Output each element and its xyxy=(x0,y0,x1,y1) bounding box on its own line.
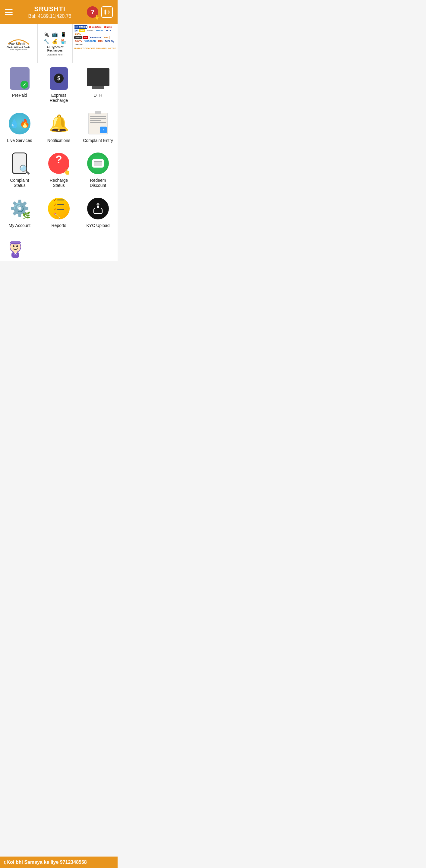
operator-row-4: BIG TV VIDEOCON MTS TATA Sky xyxy=(74,40,116,42)
complaint-status-button[interactable]: 🔍 Complaint Status xyxy=(3,148,36,191)
tv-icon xyxy=(87,68,110,86)
svg-point-11 xyxy=(16,245,18,247)
menu-button[interactable] xyxy=(5,9,13,15)
prepaid-label: PrePaid xyxy=(12,93,27,98)
banner-sub-text: Available here xyxy=(47,53,63,56)
check-item-1: ✓ xyxy=(54,198,64,202)
balance-display: Bal: 4189.11|420.76 xyxy=(16,13,84,19)
redeem-discount-label: Redeem Discount xyxy=(83,178,113,188)
kyc-upload-button[interactable]: KYC Upload xyxy=(82,193,115,231)
service-icons: 🔌 📺 📱 xyxy=(43,32,66,37)
card-icon xyxy=(94,161,102,166)
live-services-label: Live Services xyxy=(7,138,32,143)
operator-row-3: dishtv d2h RELIANCE SUN xyxy=(74,36,116,39)
notifications-label: Notifications xyxy=(47,138,70,143)
tatasky-badge: TATA Sky xyxy=(104,40,115,42)
operator-row-2: jio !dea uninor AIRCEL TATA BSNL xyxy=(74,29,116,35)
express-recharge-label: Express Recharge xyxy=(43,93,74,103)
docomo-badge: docomo xyxy=(74,43,84,46)
idea-badge: !dea xyxy=(79,29,85,32)
leaf-icon: 🌿 xyxy=(22,212,30,219)
header-center: SRUSHTI Bal: 4189.11|420.76 xyxy=(16,5,84,19)
banner-main-text: All Types of Recharges xyxy=(39,45,71,52)
character-icon xyxy=(5,239,26,259)
header-icons: 👆 xyxy=(87,6,113,18)
notifications-button[interactable]: 🔔 Notifications xyxy=(42,108,75,146)
redeem-discount-button[interactable]: Redeem Discount xyxy=(82,148,115,191)
main-grid: ✓ PrePaid $ Express Recharge DTH xyxy=(0,63,118,235)
dth-icon xyxy=(87,68,110,89)
dth-label: DTH xyxy=(94,93,102,98)
complaint-entry-button[interactable]: ↑ Complaint Entry xyxy=(82,108,115,146)
live-services-button[interactable]: 💧🔥 Live Services xyxy=(3,108,36,146)
banner-operators: RELIANCE 🔴 vodafone 🔴 airtel jio !dea un… xyxy=(73,24,118,63)
grid-row-3: 🔍 Complaint Status ? 👆 Recharge Status xyxy=(0,148,118,191)
kyc-upload-icon xyxy=(87,198,109,219)
mobile-bill-icon: 📱 xyxy=(60,32,66,37)
prepaid-button[interactable]: ✓ PrePaid xyxy=(3,63,36,106)
mts-badge: MTS xyxy=(97,40,103,42)
mascot-svg xyxy=(5,239,26,259)
svg-rect-9 xyxy=(11,241,20,243)
svg-point-10 xyxy=(13,245,14,247)
line2 xyxy=(90,118,106,119)
tata-badge: TATA xyxy=(105,29,112,32)
banner-footer-text: R-MART DIGICOM PRIVATE LIMITED xyxy=(74,47,116,50)
recharge-status-button[interactable]: ? 👆 Recharge Status xyxy=(42,148,75,191)
svg-point-2 xyxy=(18,42,20,44)
prepaid-icon-wrapper: ✓ xyxy=(7,66,32,90)
complaint-status-icon-wrapper: 🔍 xyxy=(7,151,32,176)
dollar-icon: $ xyxy=(54,73,64,83)
dth-icon-wrapper xyxy=(86,66,110,90)
money-transfer-icon: 💰 xyxy=(52,38,58,44)
logout-button[interactable] xyxy=(101,6,113,18)
wallet-icon xyxy=(92,159,104,167)
promo-banner: Pay St res ® Chalo Without Cash! www.pay… xyxy=(0,24,118,63)
live-services-icon: 💧🔥 xyxy=(9,113,30,134)
app-header: SRUSHTI Bal: 4189.11|420.76 👆 xyxy=(0,0,118,24)
banner-brand: Pay St res ® Chalo Without Cash! www.pay… xyxy=(0,24,38,63)
aircel-badge: AIRCEL xyxy=(95,29,104,32)
reports-icon: ✓ ✓ ✓ ✏️ xyxy=(48,198,70,219)
airtel-badge: 🔴 airtel xyxy=(103,26,113,29)
my-account-icon-wrapper: ⚙️ 🌿 xyxy=(7,196,32,221)
grid-row-2: 💧🔥 Live Services 🔔 Notifications ↑ xyxy=(0,108,118,146)
operator-row-1: RELIANCE 🔴 vodafone 🔴 airtel xyxy=(74,25,116,29)
notifications-icon: 🔔 xyxy=(49,115,69,132)
reports-button[interactable]: ✓ ✓ ✓ ✏️ Reports xyxy=(42,193,75,231)
redeem-discount-icon-wrapper xyxy=(86,151,110,176)
recharge-icon: 📺 xyxy=(52,32,58,37)
reliance2-badge: RELIANCE xyxy=(89,36,102,39)
question-hand-icon: 👆 xyxy=(63,168,70,175)
help-button[interactable]: 👆 xyxy=(87,6,98,18)
magnifier-icon: 🔍 xyxy=(19,164,30,175)
redeem-discount-icon xyxy=(87,153,109,174)
complaint-status-label: Complaint Status xyxy=(4,178,35,188)
bell-icon: 🔔 xyxy=(49,115,69,132)
line1 xyxy=(90,116,106,117)
my-account-button[interactable]: ⚙️ 🌿 My Account xyxy=(3,193,36,231)
check-icon: ✓ xyxy=(21,81,28,89)
vodafone-badge: 🔴 vodafone xyxy=(88,26,102,29)
recharge-status-icon-wrapper: ? 👆 xyxy=(47,151,71,176)
kyc-upload-label: KYC Upload xyxy=(86,223,110,228)
express-recharge-icon: $ xyxy=(50,67,68,90)
paystores-logo: Pay St res ® Chalo Without Cash! www.pay… xyxy=(6,37,30,51)
dishtv-badge: dishtv xyxy=(74,36,82,39)
dth-button[interactable]: DTH xyxy=(82,63,115,106)
complaint-status-icon: 🔍 xyxy=(9,152,30,175)
svg-point-13 xyxy=(17,246,18,246)
express-recharge-button[interactable]: $ Express Recharge xyxy=(42,63,75,106)
recharge-status-icon: ? 👆 xyxy=(48,153,69,174)
d2h-badge: d2h xyxy=(83,36,88,39)
complaint-entry-icon: ↑ xyxy=(88,113,108,134)
app-title: SRUSHTI xyxy=(16,5,84,13)
videocon-badge: VIDEOCON xyxy=(84,40,96,42)
reports-label: Reports xyxy=(51,223,66,228)
service-icons-2: 🔧 💰 🏪 xyxy=(43,38,66,44)
complaint-entry-label: Complaint Entry xyxy=(83,138,113,143)
kyc-upload-icon-wrapper xyxy=(86,196,110,221)
svg-text:®: ® xyxy=(23,40,25,43)
url: www.paystores.net xyxy=(10,49,27,51)
grid-row-4: ⚙️ 🌿 My Account ✓ ✓ xyxy=(0,193,118,231)
